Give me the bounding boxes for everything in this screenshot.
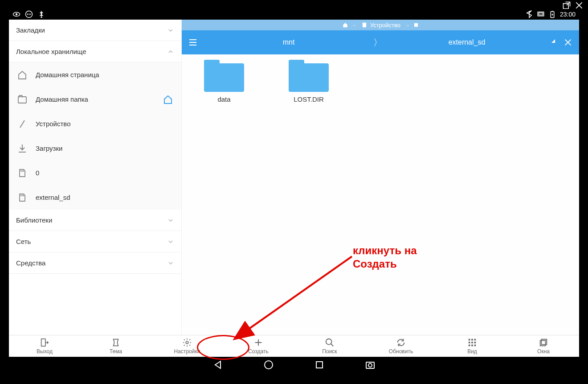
device-tab[interactable]: Устройство: [361, 22, 400, 29]
svg-rect-18: [469, 342, 470, 343]
device-tab-strip: ← Устройство →: [182, 20, 579, 30]
exit-icon: [40, 338, 49, 347]
sidebar-item-label: Домашняя папка: [36, 95, 88, 103]
sidebar-section-libraries[interactable]: Библиотеки: [9, 210, 181, 231]
svg-rect-21: [469, 344, 470, 346]
svg-point-2: [16, 13, 18, 16]
annotation-circle: [197, 335, 249, 360]
sidebar-item-label: Домашняя страница: [36, 71, 99, 78]
plus-icon: [253, 338, 263, 347]
section-label: Средства: [16, 259, 45, 267]
file-item-data[interactable]: data: [204, 63, 244, 103]
status-bar: 23:00: [9, 9, 579, 20]
close-window-icon[interactable]: [575, 1, 584, 10]
pathbar-close-button[interactable]: [557, 37, 579, 47]
section-label: Библиотеки: [16, 216, 52, 224]
resize-handle-icon[interactable]: [551, 39, 555, 43]
toolbar-search[interactable]: Поиск: [294, 335, 365, 357]
file-label: data: [217, 95, 230, 103]
annotation-text: кликнуть на Создать: [353, 244, 416, 271]
path-segment-external-sd[interactable]: external_sd: [382, 38, 551, 46]
home-tab-icon[interactable]: [342, 22, 348, 28]
svg-rect-8: [551, 11, 553, 12]
sidebar-section-network[interactable]: Сеть: [9, 231, 181, 252]
chevron-down-icon: [167, 27, 174, 34]
chevron-down-icon: [167, 238, 174, 245]
toolbar-view[interactable]: Вид: [437, 335, 508, 357]
bluetooth-icon: [525, 10, 533, 18]
download-icon: [17, 143, 28, 154]
file-item-lost-dir[interactable]: LOST.DIR: [289, 63, 329, 103]
sidebar-item-label: Загрузки: [36, 145, 62, 152]
svg-point-3: [26, 11, 33, 18]
toolbar-label: Настройки: [174, 348, 200, 355]
svg-rect-16: [471, 339, 473, 340]
svg-rect-9: [18, 97, 26, 103]
view-icon: [467, 338, 477, 347]
nav-back[interactable]: [212, 359, 223, 372]
sidebar-item-home-page[interactable]: Домашняя страница: [9, 62, 181, 87]
sidebar-item-device[interactable]: Устройство: [9, 111, 181, 136]
sidebar-section-bookmarks[interactable]: Закладки: [9, 20, 181, 41]
chevron-up-icon: [167, 48, 174, 55]
toolbar-exit[interactable]: Выход: [9, 335, 80, 357]
toolbar-windows[interactable]: Окна: [508, 335, 579, 357]
sidebar-item-home-folder[interactable]: Домашняя папка: [9, 87, 181, 111]
svg-rect-19: [471, 342, 473, 343]
nav-recents[interactable]: [314, 359, 325, 372]
home-active-icon: [163, 94, 173, 105]
folder-home-icon: [17, 94, 28, 105]
svg-point-14: [326, 339, 332, 344]
usb-icon: [37, 10, 45, 18]
device-tab-label: Устройство: [370, 22, 400, 29]
add-tab-icon[interactable]: [413, 22, 419, 28]
sidebar-section-tools[interactable]: Средства: [9, 252, 181, 274]
svg-point-4: [41, 17, 42, 18]
sidebar-item-label: Устройство: [36, 120, 70, 128]
nav-camera[interactable]: [365, 359, 376, 372]
bottom-toolbar: Выход Тема Настройки Создать Поиск Обнов…: [9, 335, 579, 357]
toolbar-label: Создать: [248, 348, 269, 355]
svg-rect-27: [316, 362, 323, 368]
toolbar-label: Обновить: [389, 348, 413, 355]
toolbar-refresh[interactable]: Обновить: [365, 335, 437, 357]
windows-icon: [539, 338, 548, 347]
sdcard-icon: [17, 192, 28, 203]
svg-rect-15: [469, 339, 470, 340]
section-label: Закладки: [16, 26, 45, 34]
sidebar-item-external-sd[interactable]: external_sd: [9, 185, 181, 210]
nav-home[interactable]: [263, 359, 274, 372]
svg-rect-17: [474, 339, 476, 340]
chevron-down-icon: [167, 260, 174, 267]
detach-window-icon[interactable]: [562, 1, 571, 10]
refresh-icon: [396, 338, 406, 347]
sidebar-section-local[interactable]: Локальное хранилище: [9, 41, 181, 62]
pathbar-menu-button[interactable]: [182, 37, 204, 48]
svg-point-29: [368, 363, 372, 367]
chevron-down-icon: [167, 217, 174, 224]
svg-rect-6: [539, 13, 543, 15]
svg-rect-10: [363, 23, 366, 28]
toolbar-label: Окна: [537, 348, 550, 355]
file-label: LOST.DIR: [294, 95, 324, 103]
sidebar-item-downloads[interactable]: Загрузки: [9, 136, 181, 161]
eye-icon: [12, 10, 20, 18]
sidebar-item-label: 0: [36, 169, 39, 177]
clock-text: 23:00: [560, 11, 576, 18]
main-panel: ← Устройство → mnt 〉 external_sd: [182, 20, 579, 334]
search-icon: [325, 338, 335, 347]
toolbar-label: Выход: [37, 348, 53, 355]
svg-rect-12: [41, 339, 45, 346]
toolbar-label: Вид: [467, 348, 477, 355]
path-segment-mnt[interactable]: mnt: [204, 38, 373, 46]
svg-rect-24: [540, 340, 546, 346]
sdcard-icon: [17, 168, 28, 178]
teamviewer-icon: [25, 10, 33, 18]
sidebar-item-internal-storage[interactable]: 0: [9, 161, 181, 185]
svg-point-13: [186, 341, 188, 344]
toolbar-theme[interactable]: Тема: [80, 335, 151, 357]
folder-icon: [204, 63, 244, 92]
file-grid: data LOST.DIR: [182, 54, 579, 334]
svg-rect-23: [474, 344, 476, 346]
pathbar: mnt 〉 external_sd: [182, 30, 579, 54]
